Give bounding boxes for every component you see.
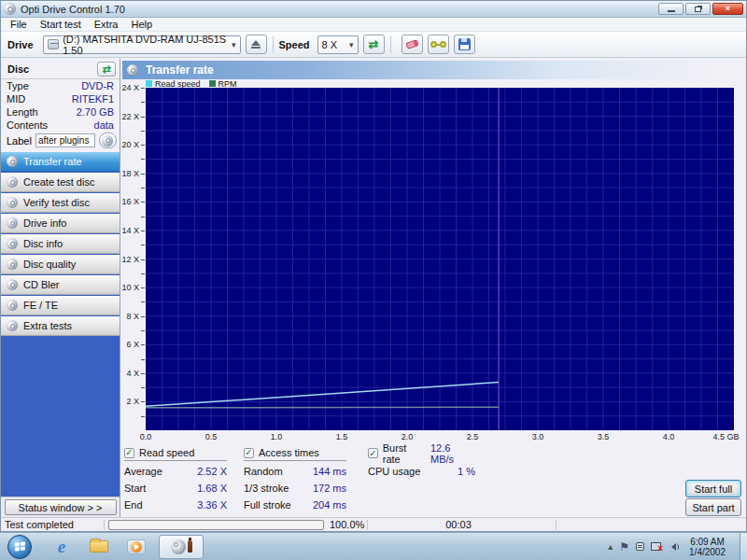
glasses-icon (430, 41, 446, 48)
clock-time: 6:09 AM (689, 537, 726, 547)
panel-header: Transfer rate (122, 61, 746, 79)
legend-label: RPM (218, 79, 237, 89)
restore-button[interactable] (685, 3, 711, 15)
sidebar-item-fe-te[interactable]: FE / TE (1, 296, 120, 315)
power-plug-icon[interactable] (636, 542, 644, 551)
chevron-down-icon: ▾ (345, 40, 354, 49)
y-tick (141, 401, 145, 402)
action-center-flag-icon[interactable]: ⚑ (619, 541, 629, 553)
app-window: Opti Drive Control 1.70 × File Start tes… (0, 0, 747, 532)
menu-extra[interactable]: Extra (88, 19, 125, 30)
burst-rate-checkbox[interactable]: ✓ (368, 448, 378, 458)
disc-icon (171, 539, 186, 554)
y-tick (141, 217, 145, 217)
minimize-button[interactable] (658, 3, 684, 15)
tray-chevron-up-icon[interactable]: ▴ (608, 542, 613, 552)
erase-disc-button[interactable] (402, 35, 423, 54)
status-window-button[interactable]: Status window > > (5, 499, 117, 515)
y-tick (141, 131, 145, 132)
start-button[interactable] (7, 535, 32, 559)
sidebar-footer: Status window > > (1, 497, 120, 517)
sidebar-item-create-test-disc[interactable]: Create test disc (1, 173, 120, 192)
save-button[interactable] (454, 35, 475, 54)
system-tray: ▴ ⚑ 6:09 AM 1/4/2002 (608, 533, 747, 560)
internet-explorer-icon: e (58, 538, 65, 555)
disc-row-length: Length2.70 GB (1, 105, 120, 119)
network-status-icon[interactable] (651, 542, 661, 551)
sidebar-item-disc-quality[interactable]: Disc quality (1, 255, 120, 274)
refresh-icon: ⇄ (102, 64, 110, 75)
sidebar-item-cd-bler[interactable]: CD Bler (1, 275, 120, 295)
taskbar-media-player[interactable] (120, 535, 152, 559)
y-tick (141, 344, 145, 345)
toolbar-separator (390, 36, 391, 53)
result-row-13-stroke: 1/3 stroke172 ms (244, 483, 346, 495)
access-times-title: Access times (259, 447, 319, 458)
folder-icon (90, 540, 108, 553)
speed-select[interactable]: 8 X ▾ (317, 35, 359, 54)
read-speed-results: ✓ Read speed Average2.52 X Start1.68 X E… (124, 447, 227, 511)
menu-help[interactable]: Help (124, 19, 159, 30)
status-text: Test completed (5, 519, 74, 530)
write-label-button[interactable] (99, 133, 117, 148)
chevron-down-icon: ▾ (228, 40, 236, 49)
start-full-button[interactable]: Start full (685, 480, 741, 497)
volume-icon[interactable] (668, 543, 679, 551)
disc-label-input[interactable] (35, 133, 95, 147)
y-tick (141, 159, 145, 160)
legend-swatch (146, 80, 152, 87)
bottle-icon (188, 540, 192, 553)
refresh-button[interactable]: ⇄ (363, 35, 385, 54)
burst-rate-value: 12.6 MB/s (430, 442, 475, 465)
disc-refresh-button[interactable]: ⇄ (97, 62, 116, 77)
save-icon (458, 38, 471, 50)
access-times-checkbox[interactable]: ✓ (244, 448, 254, 458)
transfer-rate-chart (146, 88, 734, 430)
disc-label-caption: Label (7, 135, 32, 147)
sidebar-item-verify-test-disc[interactable]: Verify test disc (1, 193, 120, 213)
drive-icon (48, 39, 60, 49)
chart-legend: Read speedRPM (146, 79, 237, 88)
app-icon (4, 3, 16, 15)
taskbar-opti-drive-control[interactable] (159, 535, 204, 559)
y-tick (141, 174, 145, 175)
sidebar-item-transfer-rate[interactable]: Transfer rate (1, 152, 120, 172)
show-desktop-button[interactable] (740, 533, 747, 560)
read-speed-checkbox[interactable]: ✓ (124, 448, 134, 458)
sidebar-item-extra-tests[interactable]: Extra tests (1, 316, 120, 336)
start-part-button[interactable]: Start part (685, 498, 741, 516)
view-log-button[interactable] (428, 35, 449, 54)
sidebar-item-disc-info[interactable]: Disc info (1, 234, 120, 254)
x-tick-label: 4.5 GB (713, 432, 740, 441)
y-tick-label: 8 X (126, 312, 139, 321)
elapsed-time: 00:03 (426, 519, 491, 530)
eraser-icon (405, 39, 419, 49)
toolbar-separator (273, 36, 274, 53)
eject-button[interactable] (246, 35, 267, 54)
sidebar-menu: Transfer rate Create test disc Verify te… (1, 152, 120, 337)
x-tick-label: 2.5 (467, 432, 479, 441)
burst-rate-title: Burst rate (383, 442, 426, 465)
menu-file[interactable]: File (4, 19, 34, 30)
taskbar: e ▴ ⚑ 6:09 AM 1/4/2002 (0, 532, 747, 560)
refresh-icon: ⇄ (369, 38, 379, 50)
status-bar: Test completed 100.0% 00:03 (1, 517, 746, 531)
taskbar-clock[interactable]: 6:09 AM 1/4/2002 (689, 537, 726, 557)
taskbar-file-explorer[interactable] (83, 535, 115, 559)
drive-select[interactable]: (D:) MATSHITA DVD-RAM UJ-851S 1.50 ▾ (43, 35, 241, 54)
disc-icon (7, 238, 18, 249)
y-tick (141, 259, 145, 260)
y-tick (141, 287, 145, 288)
legend-swatch (209, 80, 216, 87)
y-tick (141, 117, 145, 118)
restore-icon (695, 7, 701, 12)
y-tick-label: 4 X (126, 369, 139, 378)
access-times-results: ✓ Access times Random144 ms 1/3 stroke17… (244, 447, 346, 511)
disc-panel-header: Disc ⇄ (1, 59, 120, 79)
menu-start-test[interactable]: Start test (34, 19, 88, 30)
content-area: Disc ⇄ TypeDVD-R MIDRITEKF1 Length2.70 G… (1, 59, 746, 517)
sidebar-item-drive-info[interactable]: Drive info (1, 214, 120, 233)
close-button[interactable]: × (712, 3, 743, 15)
taskbar-internet-explorer[interactable]: e (46, 535, 78, 559)
x-tick-label: 4.0 (663, 432, 675, 441)
